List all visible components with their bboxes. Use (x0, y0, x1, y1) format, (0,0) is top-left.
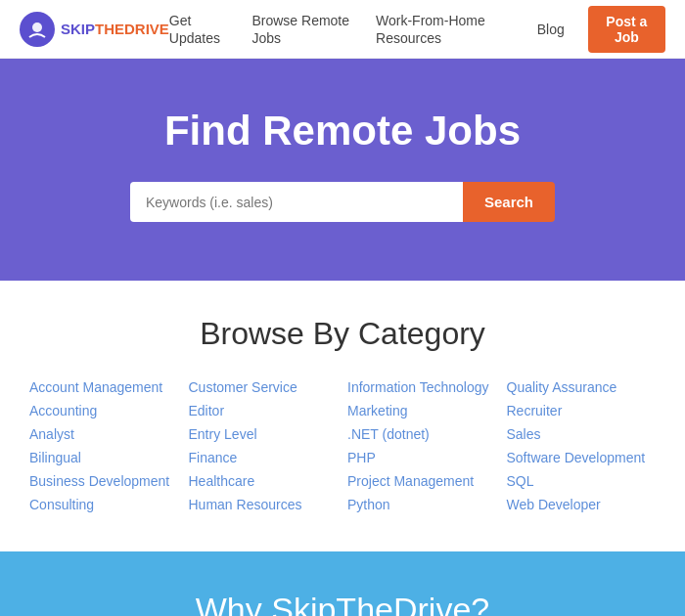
category-col-4: Quality Assurance Recruiter Sales Softwa… (507, 379, 657, 512)
nav-get-updates[interactable]: Get Updates (169, 13, 220, 46)
category-sales[interactable]: Sales (507, 426, 657, 442)
search-input[interactable] (130, 182, 463, 222)
category-qa[interactable]: Quality Assurance (507, 379, 657, 395)
logo-icon (20, 12, 55, 47)
hero-section: Find Remote Jobs Search (0, 59, 685, 281)
category-python[interactable]: Python (347, 497, 497, 512)
category-editor[interactable]: Editor (189, 403, 339, 418)
browse-heading: Browse By Category (29, 316, 656, 352)
why-heading: Why SkipTheDrive? (20, 591, 665, 616)
category-web-dev[interactable]: Web Developer (507, 497, 657, 512)
search-button[interactable]: Search (463, 182, 555, 222)
nav-wfh-resources[interactable]: Work-From-Home Resources (376, 13, 485, 46)
category-entry-level[interactable]: Entry Level (189, 426, 339, 442)
nav-links: Get Updates Browse Remote Jobs Work-From… (169, 6, 665, 53)
category-col-2: Customer Service Editor Entry Level Fina… (189, 379, 339, 512)
hero-title: Find Remote Jobs (20, 108, 665, 154)
category-bilingual[interactable]: Bilingual (29, 450, 179, 465)
category-grid: Account Management Accounting Analyst Bi… (29, 379, 656, 512)
category-php[interactable]: PHP (347, 450, 497, 465)
browse-section: Browse By Category Account Management Ac… (0, 281, 685, 551)
category-human-resources[interactable]: Human Resources (189, 497, 339, 512)
post-job-button[interactable]: Post a Job (588, 6, 665, 53)
category-customer-service[interactable]: Customer Service (189, 379, 339, 395)
category-business-dev[interactable]: Business Development (29, 473, 179, 489)
nav-browse-jobs[interactable]: Browse Remote Jobs (251, 13, 349, 46)
category-col-3: Information Technology Marketing .NET (d… (347, 379, 497, 512)
nav-blog[interactable]: Blog (537, 22, 565, 37)
category-account-mgmt[interactable]: Account Management (29, 379, 179, 395)
logo-text: SKIPTHEDRIVE (61, 21, 169, 37)
search-bar: Search (20, 182, 665, 222)
category-it[interactable]: Information Technology (347, 379, 497, 395)
category-finance[interactable]: Finance (189, 450, 339, 465)
category-col-1: Account Management Accounting Analyst Bi… (29, 379, 179, 512)
category-analyst[interactable]: Analyst (29, 426, 179, 442)
category-dotnet[interactable]: .NET (dotnet) (347, 426, 497, 442)
logo[interactable]: SKIPTHEDRIVE (20, 12, 169, 47)
category-software-dev[interactable]: Software Development (507, 450, 657, 465)
category-recruiter[interactable]: Recruiter (507, 403, 657, 418)
category-consulting[interactable]: Consulting (29, 497, 179, 512)
category-marketing[interactable]: Marketing (347, 403, 497, 418)
category-healthcare[interactable]: Healthcare (189, 473, 339, 489)
why-section: Why SkipTheDrive? SIMPLE SEARCH 🔍 GREAT … (0, 551, 685, 616)
category-accounting[interactable]: Accounting (29, 403, 179, 418)
category-project-mgmt[interactable]: Project Management (347, 473, 497, 489)
navbar: SKIPTHEDRIVE Get Updates Browse Remote J… (0, 0, 685, 59)
svg-point-0 (32, 22, 42, 32)
category-sql[interactable]: SQL (507, 473, 657, 489)
